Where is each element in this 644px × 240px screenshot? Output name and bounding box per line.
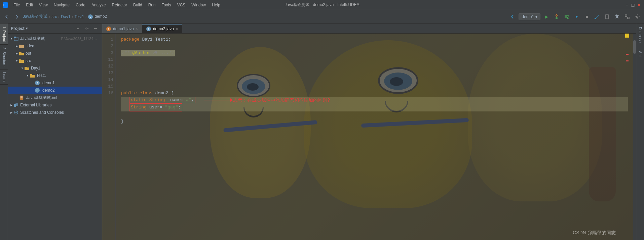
code-line-14: String user= "gag"; — [121, 103, 628, 111]
svg-rect-17 — [15, 103, 18, 106]
tree-label-scratches: Scratches and Consoles — [20, 110, 101, 115]
menu-code[interactable]: Code — [73, 2, 88, 8]
sidebar-title: Project — [11, 26, 25, 31]
menu-vcs[interactable]: VCS — [175, 2, 188, 8]
extlibs-icon — [13, 102, 19, 108]
project-tab[interactable]: 1: Project — [0, 23, 8, 45]
scratches-icon — [13, 110, 19, 115]
tree-item-demo2[interactable]: ▶ c demo2 — [8, 87, 102, 94]
database-panel-label[interactable]: Database — [638, 25, 643, 45]
menu-build[interactable]: Build — [130, 2, 145, 8]
tree-item-day1[interactable]: ▼ Day1 — [8, 64, 102, 72]
code-content[interactable]: package Day1.Test1; /** @Author HP ...*/ — [116, 34, 633, 240]
minimize-button[interactable]: － — [624, 3, 629, 7]
menu-analyze[interactable]: Analyze — [89, 2, 109, 8]
code-line-2 — [121, 43, 628, 50]
code-line-15 — [121, 111, 628, 118]
menu-bar: File Edit View Navigate Code Analyze Ref… — [11, 2, 223, 8]
editor-area: c demo1.java × c demo2.java × — [102, 23, 636, 240]
settings-button[interactable] — [633, 13, 641, 21]
tree-item-extlibs[interactable]: ▶ External Libraries — [8, 101, 102, 109]
learn-tab[interactable]: Learn — [0, 69, 8, 85]
expand-button[interactable] — [623, 13, 631, 21]
tree-label-src: src — [26, 58, 101, 63]
tab-demo2-close[interactable]: × — [176, 27, 178, 31]
svg-rect-4 — [565, 15, 569, 16]
menu-refactor[interactable]: Refactor — [109, 2, 130, 8]
tree-label-demo2: demo2 — [42, 88, 101, 93]
sidebar-expand-all-icon[interactable] — [74, 25, 82, 32]
nav-left-button[interactable] — [508, 13, 517, 21]
title-bar: I File Edit View Navigate Code Analyze R… — [0, 0, 644, 10]
breadcrumb-demo2[interactable]: c demo2 — [88, 14, 107, 19]
svg-point-12 — [86, 28, 87, 29]
tree-label-extlibs: External Libraries — [20, 103, 101, 107]
close-button[interactable]: × — [637, 3, 641, 7]
sidebar-dropdown-icon[interactable]: ▾ — [26, 27, 28, 30]
tree-item-test1[interactable]: ▼ Test1 — [8, 72, 102, 79]
breadcrumb-project[interactable]: Java基础测试 — [23, 14, 47, 19]
sidebar-content: ▼ Java基础测试 F:\Java2023_1月24日\Ja ▶ .idea … — [8, 34, 102, 240]
breadcrumb-src[interactable]: src — [51, 14, 57, 19]
tree-item-iml[interactable]: ▶ Java基础测试.iml — [8, 94, 102, 101]
run-config-dropdown[interactable]: demo1 ▾ — [519, 13, 540, 20]
code-line-empty4 — [121, 77, 628, 83]
svg-text:I: I — [3, 3, 4, 7]
tree-item-out[interactable]: ▶ out — [8, 50, 102, 57]
window-controls: － □ × — [624, 3, 641, 7]
ant-panel-label[interactable]: Ant — [638, 49, 643, 59]
menu-edit[interactable]: Edit — [23, 2, 36, 8]
tab-demo2[interactable]: c demo2.java × — [142, 24, 182, 33]
sidebar-minimize-icon[interactable] — [92, 25, 99, 32]
menu-run[interactable]: Run — [146, 2, 158, 8]
breadcrumb-day1[interactable]: Day1 — [61, 14, 70, 19]
annotation-text: 思考：在成员属性中添加静态和不添加的区别? — [233, 97, 330, 103]
toolbar-right: demo1 ▾ ▶ ▾ ■ — [508, 13, 641, 21]
maximize-button[interactable]: □ — [631, 3, 635, 7]
coverage-button[interactable] — [563, 13, 571, 21]
day1-folder-icon — [24, 65, 30, 71]
code-box-line13: static String name="a"; — [129, 97, 195, 103]
tree-arrow-day1: ▼ — [20, 66, 24, 70]
tree-item-src[interactable]: ▼ src — [8, 57, 102, 64]
run-button[interactable]: ▶ — [542, 13, 551, 21]
menu-file[interactable]: File — [11, 2, 23, 8]
scrollbar-thumb[interactable] — [633, 40, 636, 54]
tree-arrow-src: ▼ — [15, 59, 19, 63]
nav-back-button[interactable] — [3, 13, 11, 21]
code-line-empty1 — [121, 56, 628, 63]
code-line-empty2 — [121, 63, 628, 70]
tree-item-demo1[interactable]: ▶ c demo1 — [8, 79, 102, 87]
vertical-scrollbar[interactable] — [633, 34, 636, 240]
tab-demo1-close[interactable]: × — [136, 27, 138, 31]
yellow-top-marker — [625, 34, 629, 38]
project-icon — [13, 36, 19, 41]
structure-tab[interactable]: 2: Structure — [0, 45, 8, 69]
menu-tools[interactable]: Tools — [159, 2, 174, 8]
breadcrumb-test1[interactable]: Test1 — [74, 14, 84, 19]
sidebar-settings-icon[interactable] — [83, 25, 90, 32]
menu-navigate[interactable]: Navigate — [51, 2, 72, 8]
tab-demo1-label: demo1.java — [113, 27, 134, 31]
title-bar-left: I File Edit View Navigate Code Analyze R… — [3, 2, 223, 8]
code-line-12: public class demo2 { — [121, 90, 628, 97]
tree-item-idea[interactable]: ▶ .idea — [8, 42, 102, 50]
code-line-1: package Day1.Test1; — [121, 36, 628, 43]
debug-button[interactable] — [553, 13, 561, 21]
toolbar: Java基础测试 › src › Day1 › Test1 › c demo2 … — [0, 10, 644, 23]
nav-forward-button[interactable] — [13, 13, 21, 21]
build-button[interactable] — [593, 13, 601, 21]
tree-label-idea: .idea — [26, 44, 101, 48]
menu-help[interactable]: Help — [209, 2, 223, 8]
window-title: Java基础测试 - demo2.java - IntelliJ IDEA — [285, 2, 359, 8]
translate-button[interactable]: 文 — [613, 13, 621, 21]
tree-item-scratches[interactable]: ▶ Scratches and Consoles — [8, 109, 102, 116]
tree-path-root: F:\Java2023_1月24日\Ja — [61, 36, 101, 41]
menu-view[interactable]: View — [36, 2, 50, 8]
more-run-button[interactable]: ▾ — [573, 13, 581, 21]
stop-button[interactable]: ■ — [583, 13, 591, 21]
tree-item-root[interactable]: ▼ Java基础测试 F:\Java2023_1月24日\Ja — [8, 35, 102, 42]
tab-demo1[interactable]: c demo1.java × — [102, 24, 142, 33]
menu-window[interactable]: Window — [189, 2, 209, 8]
bookmark-button[interactable] — [603, 13, 611, 21]
